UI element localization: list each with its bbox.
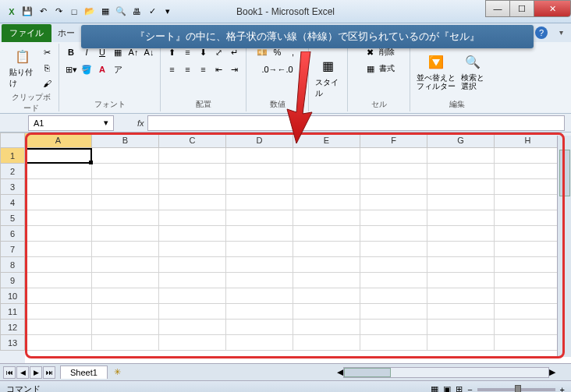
font-group: B I U ▦ A↑ A↓ ⊞▾ 🪣 A ア フォント xyxy=(59,44,161,111)
font-label: フォント xyxy=(64,97,155,110)
clipboard-group: 📋 貼り付け ✂ ⎘ 🖌 クリップボード xyxy=(3,44,59,111)
print-area-icon[interactable]: ▦ xyxy=(98,5,112,19)
print-icon[interactable]: 🖶 xyxy=(129,5,144,19)
cell-grid[interactable] xyxy=(25,148,571,351)
open-icon[interactable]: 📂 xyxy=(83,5,97,19)
col-header-e[interactable]: E xyxy=(293,132,360,148)
status-bar: コマンド ▦ ▣ ⊞ − + xyxy=(0,380,571,392)
name-box[interactable]: A1 ▾ xyxy=(28,115,114,131)
sheet-last-icon[interactable]: ⏭ xyxy=(43,366,55,379)
minimize-button[interactable]: — xyxy=(485,0,510,17)
sheet-first-icon[interactable]: ⏮ xyxy=(3,366,16,379)
phonetic-icon[interactable]: ア xyxy=(111,62,125,76)
col-header-d[interactable]: D xyxy=(226,132,293,148)
window-controls: — ☐ ✕ xyxy=(486,0,571,17)
view-break-icon[interactable]: ⊞ xyxy=(456,384,463,392)
find-select-button[interactable]: 🔍 検索と 選択 xyxy=(459,51,486,92)
file-tab[interactable]: ファイル xyxy=(2,24,51,42)
quick-access-toolbar: X 💾 ↶ ↷ □ 📂 ▦ 🔍 🖶 ✓ ▾ xyxy=(0,3,179,20)
view-normal-icon[interactable]: ▦ xyxy=(431,384,438,392)
select-all-corner[interactable] xyxy=(0,132,25,148)
border-dropdown-icon[interactable]: ⊞▾ xyxy=(64,62,78,76)
home-tab[interactable]: ホー xyxy=(51,24,81,42)
qat-more-icon[interactable]: ▾ xyxy=(161,5,175,19)
zoom-out-icon[interactable]: − xyxy=(467,385,472,393)
formula-bar[interactable] xyxy=(147,115,565,131)
col-header-c[interactable]: C xyxy=(159,132,226,148)
row-header-1[interactable]: 1 xyxy=(0,148,25,164)
fx-icon[interactable]: fx xyxy=(137,118,144,128)
scroll-right-icon[interactable]: ▶ xyxy=(549,367,555,377)
scroll-left-icon[interactable]: ◀ xyxy=(337,367,343,377)
col-header-a[interactable]: A xyxy=(25,132,92,148)
row-header-8[interactable]: 8 xyxy=(0,257,25,273)
cut-icon[interactable]: ✂ xyxy=(40,45,54,59)
sheet-prev-icon[interactable]: ◀ xyxy=(16,366,29,379)
styles-button[interactable]: ▦ スタイル xyxy=(314,55,342,101)
copy-icon[interactable]: ⎘ xyxy=(40,61,54,75)
paste-label: 貼り付け xyxy=(9,67,36,89)
row-header-2[interactable]: 2 xyxy=(0,164,25,179)
sheet-nav: ⏮ ◀ ▶ ⏭ xyxy=(3,366,55,379)
fill-color-icon[interactable]: 🪣 xyxy=(80,62,94,76)
row-header-7[interactable]: 7 xyxy=(0,242,25,257)
align-center-icon[interactable]: ≡ xyxy=(181,62,195,76)
align-right-icon[interactable]: ≡ xyxy=(197,62,211,76)
col-header-f[interactable]: F xyxy=(360,132,427,148)
new-sheet-icon[interactable]: ✳ xyxy=(111,366,125,379)
sort-label: 並べ替えと フィルター xyxy=(417,73,456,90)
decrease-decimal-icon[interactable]: ←.0 xyxy=(278,62,293,76)
sheet-next-icon[interactable]: ▶ xyxy=(30,366,42,379)
bold-button[interactable]: B xyxy=(64,45,78,59)
zoom-slider[interactable] xyxy=(477,388,555,391)
row-header-6[interactable]: 6 xyxy=(0,226,25,242)
save-icon[interactable]: 💾 xyxy=(20,5,34,19)
sheet-tab-1[interactable]: Sheet1 xyxy=(60,366,108,379)
format-icon: ▦ xyxy=(364,62,378,76)
window-title: Book1 - Microsoft Excel xyxy=(236,6,335,17)
row-header-13[interactable]: 13 xyxy=(0,335,25,351)
hscroll-thumb[interactable] xyxy=(344,368,391,377)
row-header-9[interactable]: 9 xyxy=(0,273,25,288)
sort-filter-button[interactable]: 🔽 並べ替えと フィルター xyxy=(415,51,457,92)
format-painter-icon[interactable]: 🖌 xyxy=(40,76,54,90)
font-color-icon[interactable]: A xyxy=(95,62,109,76)
paste-button[interactable]: 📋 貼り付け xyxy=(8,45,37,90)
help-icon[interactable]: ? xyxy=(535,26,548,39)
vertical-scrollbar[interactable] xyxy=(557,136,571,357)
undo-icon[interactable]: ↶ xyxy=(36,5,50,19)
align-left-icon[interactable]: ≡ xyxy=(165,62,179,76)
row-header-4[interactable]: 4 xyxy=(0,195,25,210)
indent-dec-icon[interactable]: ⇤ xyxy=(212,62,226,76)
maximize-button[interactable]: ☐ xyxy=(509,0,534,17)
row-header-5[interactable]: 5 xyxy=(0,210,25,226)
preview-icon[interactable]: 🔍 xyxy=(114,5,128,19)
redo-icon[interactable]: ↷ xyxy=(51,5,66,19)
row-header-12[interactable]: 12 xyxy=(0,320,25,335)
ribbon-minimize-icon[interactable]: ▾ xyxy=(559,28,563,37)
col-header-g[interactable]: G xyxy=(427,132,495,148)
sheet-tab-bar: ⏮ ◀ ▶ ⏭ Sheet1 ✳ ◀ ▶ xyxy=(0,363,571,380)
format-button[interactable]: ▦書式 xyxy=(364,62,395,76)
align-label: 配置 xyxy=(165,97,241,110)
close-button[interactable]: ✕ xyxy=(534,0,571,17)
vscroll-thumb[interactable] xyxy=(559,150,570,196)
row-header-10[interactable]: 10 xyxy=(0,288,25,304)
zoom-in-icon[interactable]: + xyxy=(560,385,565,393)
col-header-h[interactable]: H xyxy=(495,132,562,148)
new-icon[interactable]: □ xyxy=(67,5,81,19)
editing-label: 編集 xyxy=(415,97,499,110)
view-layout-icon[interactable]: ▣ xyxy=(443,384,451,392)
row-header-3[interactable]: 3 xyxy=(0,179,25,195)
active-cell[interactable] xyxy=(25,148,92,164)
col-header-b[interactable]: B xyxy=(92,132,159,148)
horizontal-scrollbar[interactable]: ◀ ▶ xyxy=(337,366,555,379)
indent-inc-icon[interactable]: ⇥ xyxy=(228,62,242,76)
namebox-dropdown-icon[interactable]: ▾ xyxy=(104,118,108,128)
increase-decimal-icon[interactable]: .0→ xyxy=(263,62,277,76)
number-label: 数値 xyxy=(251,97,303,110)
row-header-11[interactable]: 11 xyxy=(0,304,25,320)
spell-icon[interactable]: ✓ xyxy=(145,5,159,19)
worksheet-area: 1 2 3 4 5 6 7 8 9 10 11 12 13 A B C D E … xyxy=(0,132,571,363)
number-group: 💴 % , .0→ ←.0 数値 xyxy=(246,44,309,111)
